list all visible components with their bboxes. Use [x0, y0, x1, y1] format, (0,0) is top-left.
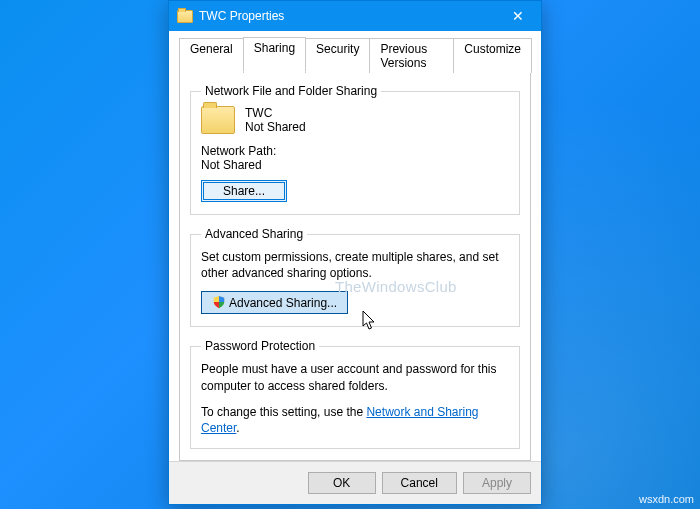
dialog-body: General Sharing Security Previous Versio… — [169, 31, 541, 461]
text-fragment: . — [236, 421, 239, 435]
dialog-button-strip: OK Cancel Apply — [169, 461, 541, 504]
tab-sharing[interactable]: Sharing — [243, 37, 306, 72]
group-legend: Network File and Folder Sharing — [201, 84, 381, 98]
group-advanced-sharing: Advanced Sharing Set custom permissions,… — [190, 227, 520, 327]
window-title: TWC Properties — [199, 9, 503, 23]
share-button[interactable]: Share... — [201, 180, 287, 202]
ok-button[interactable]: OK — [308, 472, 376, 494]
network-path-label: Network Path: — [201, 144, 509, 158]
close-button[interactable]: ✕ — [503, 1, 533, 31]
source-label: wsxdn.com — [639, 493, 694, 505]
group-legend: Advanced Sharing — [201, 227, 307, 241]
group-network-file-sharing: Network File and Folder Sharing TWC Not … — [190, 84, 520, 215]
folder-icon — [177, 10, 193, 23]
properties-dialog: TWC Properties ✕ General Sharing Securit… — [168, 0, 542, 505]
uac-shield-icon — [212, 295, 226, 309]
tab-security[interactable]: Security — [305, 38, 370, 73]
titlebar[interactable]: TWC Properties ✕ — [169, 1, 541, 31]
apply-button[interactable]: Apply — [463, 472, 531, 494]
password-desc: People must have a user account and pass… — [201, 361, 509, 393]
advanced-sharing-button[interactable]: Advanced Sharing... — [201, 291, 348, 314]
tab-strip: General Sharing Security Previous Versio… — [179, 37, 531, 72]
folder-icon — [201, 106, 235, 134]
tab-customize[interactable]: Customize — [453, 38, 532, 73]
tab-pane-sharing: Network File and Folder Sharing TWC Not … — [179, 71, 531, 461]
share-item-status: Not Shared — [245, 120, 306, 134]
tab-general[interactable]: General — [179, 38, 244, 73]
advanced-sharing-label: Advanced Sharing... — [229, 296, 337, 310]
group-legend: Password Protection — [201, 339, 319, 353]
password-change-line: To change this setting, use the Network … — [201, 404, 509, 436]
share-item-name: TWC — [245, 106, 306, 120]
text-fragment: To change this setting, use the — [201, 405, 366, 419]
network-path-value: Not Shared — [201, 158, 509, 172]
tab-previous-versions[interactable]: Previous Versions — [369, 38, 454, 73]
cancel-button[interactable]: Cancel — [382, 472, 457, 494]
group-password-protection: Password Protection People must have a u… — [190, 339, 520, 449]
advanced-sharing-desc: Set custom permissions, create multiple … — [201, 249, 509, 281]
